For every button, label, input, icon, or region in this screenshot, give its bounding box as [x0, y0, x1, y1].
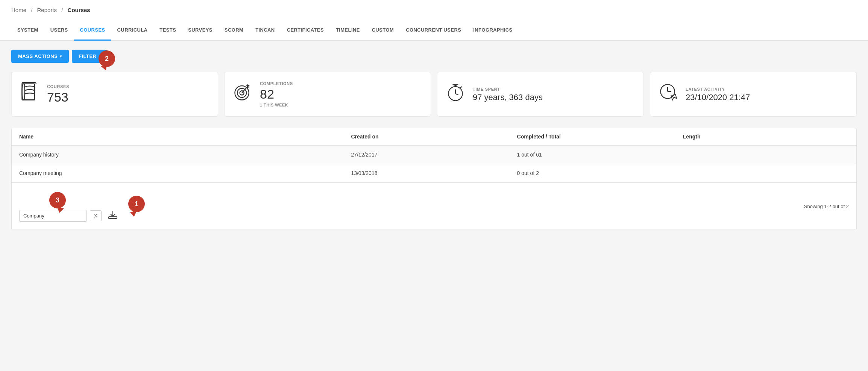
- download-icon: [108, 209, 118, 220]
- cell-completed-2: 0 out of 2: [517, 170, 683, 176]
- mass-actions-label: MASS ACTIONS: [18, 53, 58, 59]
- cell-name-2: Company meeting: [19, 170, 351, 176]
- col-header-completed-total: Completed / Total: [517, 134, 683, 140]
- stat-label-time-spent: TIME SPENT: [473, 87, 543, 91]
- stat-label-completions: COMPLETIONS: [260, 81, 293, 86]
- nav-surveys[interactable]: SURVEYS: [182, 20, 219, 41]
- nav-tincan[interactable]: TINCAN: [249, 20, 281, 41]
- svg-rect-23: [109, 217, 117, 219]
- clock-icon: [658, 82, 679, 107]
- mass-actions-arrow-icon: ▾: [60, 54, 62, 58]
- bottom-search-area: 3 1 X: [19, 189, 121, 224]
- tooltip-bubble-3: 3: [49, 192, 66, 208]
- stat-card-time-spent: TIME SPENT 97 years, 363 days: [437, 72, 644, 117]
- nav-bar: SYSTEM USERS COURSES CURRICULA TESTS SUR…: [0, 20, 868, 41]
- nav-scorm[interactable]: SCORM: [219, 20, 249, 41]
- stats-row: COURSES 753: [11, 72, 857, 117]
- stat-info-courses: COURSES 753: [47, 84, 69, 104]
- filter-arrow-icon: ▾: [99, 54, 101, 58]
- tooltip-bubble-1: 1: [128, 196, 145, 212]
- stat-card-courses: COURSES 753: [11, 72, 218, 117]
- filter-button[interactable]: FILTER ▾: [72, 50, 108, 63]
- stat-card-completions: COMPLETIONS 82 1 THIS WEEK: [224, 72, 431, 117]
- cell-name-1: Company history: [19, 152, 351, 158]
- breadcrumb-separator-1: /: [31, 7, 32, 13]
- breadcrumb-current: Courses: [68, 7, 90, 13]
- search-wrapper: X: [19, 210, 102, 222]
- table-row: Company history 27/12/2017 1 out of 61: [12, 146, 856, 164]
- nav-timeline[interactable]: TIMELINE: [330, 20, 366, 41]
- showing-text: Showing 1-2 out of 2: [804, 204, 849, 209]
- nav-users[interactable]: USERS: [44, 20, 74, 41]
- nav-courses[interactable]: COURSES: [74, 20, 111, 41]
- nav-system[interactable]: SYSTEM: [11, 20, 44, 41]
- col-header-created-on: Created on: [351, 134, 517, 140]
- mass-actions-button[interactable]: MASS ACTIONS ▾: [11, 50, 69, 63]
- nav-tests[interactable]: TESTS: [153, 20, 182, 41]
- search-input[interactable]: [19, 210, 87, 222]
- nav-curricula[interactable]: CURRICULA: [111, 20, 154, 41]
- nav-custom[interactable]: CUSTOM: [366, 20, 400, 41]
- nav-infographics[interactable]: INFOGRAPHICS: [467, 20, 518, 41]
- target-icon: [232, 82, 253, 107]
- stat-value-latest-activity: 23/10/2020 21:47: [686, 93, 750, 102]
- col-header-length: Length: [683, 134, 849, 140]
- stat-label-latest-activity: LATEST ACTIVITY: [686, 87, 750, 91]
- cell-completed-1: 1 out of 61: [517, 152, 683, 158]
- table-header: Name Created on Completed / Total Length: [12, 128, 856, 146]
- stat-value-courses: 753: [47, 90, 69, 104]
- nav-concurrent-users[interactable]: CONCURRENT USERS: [400, 20, 467, 41]
- cell-length-2: [683, 170, 849, 176]
- stat-label-courses: COURSES: [47, 84, 69, 89]
- book-icon: [19, 82, 40, 107]
- svg-line-17: [460, 87, 462, 88]
- stopwatch-icon: [445, 82, 466, 107]
- stat-value-completions: 82: [260, 87, 293, 101]
- col-header-name: Name: [19, 134, 351, 140]
- clear-button[interactable]: X: [90, 210, 102, 221]
- breadcrumb-reports[interactable]: Reports: [37, 7, 57, 13]
- breadcrumb: Home / Reports / Courses: [0, 0, 868, 20]
- bottom-bar: 3 1 X Showing 1-2 out o: [12, 182, 856, 230]
- stat-sub-completions: 1 THIS WEEK: [260, 103, 293, 107]
- nav-certificates[interactable]: CERTIFICATES: [281, 20, 330, 41]
- stat-info-time-spent: TIME SPENT 97 years, 363 days: [473, 87, 543, 102]
- cell-created-1: 27/12/2017: [351, 152, 517, 158]
- cell-created-2: 13/03/2018: [351, 170, 517, 176]
- stat-card-latest-activity: LATEST ACTIVITY 23/10/2020 21:47: [650, 72, 857, 117]
- breadcrumb-home[interactable]: Home: [11, 7, 26, 13]
- breadcrumb-separator-2: /: [61, 7, 63, 13]
- stat-info-completions: COMPLETIONS 82 1 THIS WEEK: [260, 81, 293, 107]
- stat-info-latest-activity: LATEST ACTIVITY 23/10/2020 21:47: [686, 87, 750, 102]
- svg-line-14: [455, 94, 458, 95]
- download-button[interactable]: [105, 208, 121, 224]
- main-content: MASS ACTIONS ▾ FILTER ▾ 2: [0, 41, 868, 370]
- cell-length-1: [683, 152, 849, 158]
- data-table: Name Created on Completed / Total Length…: [11, 128, 857, 230]
- table-row: Company meeting 13/03/2018 0 out of 2: [12, 164, 856, 182]
- action-bar: MASS ACTIONS ▾ FILTER ▾ 2: [11, 50, 857, 63]
- filter-label: FILTER: [79, 53, 97, 59]
- stat-value-time-spent: 97 years, 363 days: [473, 93, 543, 102]
